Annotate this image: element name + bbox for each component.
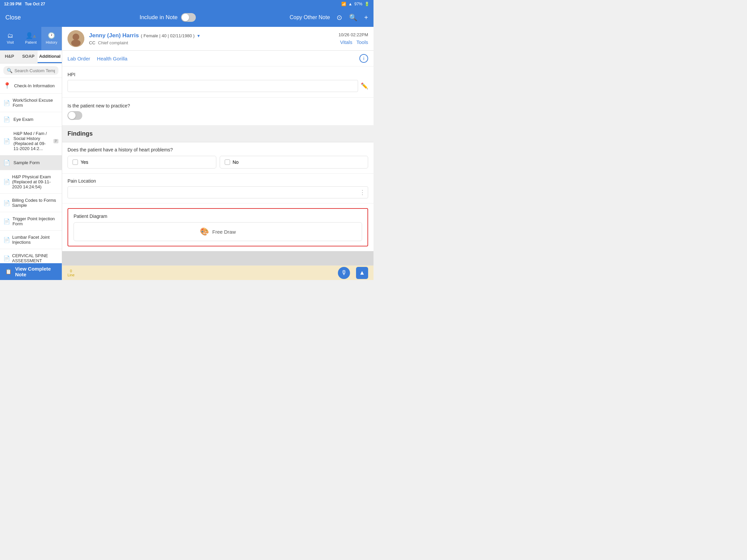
template-item-lumbar[interactable]: 📄 Lumbar Facet Joint Injections xyxy=(0,231,62,249)
battery-icon: 🔋 xyxy=(364,2,369,6)
edit-pencil-icon[interactable]: ✏️ xyxy=(361,82,368,90)
template-item-hp-physical[interactable]: 📄 H&P Physical Exam (Replaced at 09-11-2… xyxy=(0,170,62,194)
doc-icon-hp-physical: 📄 xyxy=(3,179,9,185)
view-complete-note-bar[interactable]: 📋 View Complete Note xyxy=(0,263,62,280)
template-list: 📍 Check-In Information 📄 Work/School Exc… xyxy=(0,78,62,263)
answer-no-option[interactable]: No xyxy=(220,156,368,168)
template-label-checkin: Check-In Information xyxy=(14,83,55,88)
top-header: Close Include in Note Copy Other Note ⊙ … xyxy=(0,8,374,27)
toggle-knob xyxy=(182,14,189,21)
new-patient-toggle[interactable] xyxy=(68,111,82,120)
template-label-sample-form: Sample Form xyxy=(14,160,40,165)
hpi-input-row: ✏️ xyxy=(68,80,368,92)
include-note-toggle[interactable] xyxy=(181,13,196,22)
hpi-label: HPI xyxy=(68,72,368,77)
template-item-eye-exam[interactable]: 📄 Eye Exam xyxy=(0,112,62,127)
note-icon: 📋 xyxy=(5,269,12,275)
no-checkbox[interactable] xyxy=(225,159,230,165)
cc-label: CC xyxy=(89,40,95,45)
dots-icon: ⋮ xyxy=(359,189,365,196)
info-icon: i xyxy=(363,56,364,61)
note-actions: 🎙 ▲ xyxy=(338,267,368,279)
hpi-input[interactable] xyxy=(68,80,358,92)
tab-soap[interactable]: SOAP xyxy=(19,50,37,63)
visit-icon: 🗂 xyxy=(7,32,14,39)
wifi-icon: 📶 xyxy=(341,2,346,6)
search-magnifier-icon: 🔍 xyxy=(7,68,12,73)
add-icon[interactable]: + xyxy=(364,14,368,22)
search-wrapper: 🔍 xyxy=(3,66,58,75)
template-label-billing-codes: Billing Codes to Forms Sample xyxy=(12,198,58,208)
doc-icon-hpmed: 📄 xyxy=(3,138,10,144)
status-time: 12:39 PM Tue Oct 27 xyxy=(4,2,45,6)
lab-order-link[interactable]: Lab Order xyxy=(68,56,91,61)
status-right: 📶 ▲ 97% 🔋 xyxy=(341,2,369,6)
info-circle[interactable]: i xyxy=(359,54,368,63)
vitals-tools: Vitals Tools xyxy=(340,39,368,45)
template-item-cervical[interactable]: 📄 CERVICAL SPINE ASSESSMENT xyxy=(0,249,62,263)
free-draw-label: Free Draw xyxy=(212,229,236,235)
sub-tabs: H&P SOAP Additional xyxy=(0,50,62,63)
template-item-billing-codes[interactable]: 📄 Billing Codes to Forms Sample xyxy=(0,194,62,212)
tab-hp[interactable]: H&P xyxy=(0,50,19,63)
content-area: Jenny (Jen) Harris ( Female | 40 | 02/11… xyxy=(62,27,374,280)
template-item-work-excuse[interactable]: 📄 Work/School Excuse Form xyxy=(0,94,62,112)
nav-tab-history[interactable]: 🕐 History xyxy=(41,27,62,50)
tab-additional[interactable]: Additional xyxy=(37,50,62,63)
tools-link[interactable]: Tools xyxy=(356,39,368,45)
nav-tab-visit-label: Visit xyxy=(7,40,14,44)
close-button[interactable]: Close xyxy=(5,14,46,21)
scroll-up-button[interactable]: ▲ xyxy=(356,267,368,279)
sidebar: 🗂 Visit 👤⚠ Patient 🕐 History H&P SOAP Ad… xyxy=(0,27,62,280)
location-pin-icon: 📍 xyxy=(3,82,11,89)
hpi-section: HPI ✏️ xyxy=(62,66,374,98)
nav-tab-history-label: History xyxy=(46,40,57,44)
quick-links: Lab Order Health Gorilla i xyxy=(62,51,374,66)
pain-input-wrapper: ⋮ xyxy=(68,186,368,198)
template-item-checkin[interactable]: 📍 Check-In Information xyxy=(0,78,62,94)
header-right-actions: Copy Other Note ⊙ 🔍 + xyxy=(289,14,368,22)
pain-location-section: Pain Location ⋮ xyxy=(62,174,374,204)
history-icon: 🕐 xyxy=(48,32,55,39)
patient-info: Jenny (Jen) Harris ( Female | 40 | 02/11… xyxy=(89,32,334,45)
doc-icon-trigger-point: 📄 xyxy=(3,218,9,224)
patient-right: 10/26 02:22PM Vitals Tools xyxy=(339,32,368,45)
pain-location-input[interactable] xyxy=(68,186,368,198)
search-input[interactable] xyxy=(15,68,55,73)
heart-question-section: Does the patient have a history of heart… xyxy=(62,142,374,174)
doc-icon-work-excuse: 📄 xyxy=(3,100,9,106)
yes-checkbox[interactable] xyxy=(73,159,78,165)
patient-diagram-section: Patient Diagram 🎨 Free Draw xyxy=(68,208,368,246)
search-icon[interactable]: 🔍 xyxy=(349,14,357,22)
answer-yes-option[interactable]: Yes xyxy=(68,156,216,168)
vitals-link[interactable]: Vitals xyxy=(340,39,352,45)
dropdown-arrow-icon[interactable]: ▼ xyxy=(197,33,201,38)
signal-icon: ▲ xyxy=(348,2,352,6)
nav-tab-patient[interactable]: 👤⚠ Patient xyxy=(21,27,41,50)
doc-icon-lumbar: 📄 xyxy=(3,237,9,243)
template-label-lumbar: Lumbar Facet Joint Injections xyxy=(12,235,58,245)
doc-icon-cervical: 📄 xyxy=(3,255,9,262)
new-patient-toggle-knob xyxy=(68,112,76,119)
patient-meta: ( Female | 40 | 02/11/1980 ) xyxy=(141,33,195,38)
doc-icon-eye-exam: 📄 xyxy=(3,116,10,123)
copy-other-note-button[interactable]: Copy Other Note xyxy=(289,15,330,21)
more-options-icon[interactable]: ⊙ xyxy=(337,14,342,22)
svg-point-1 xyxy=(73,33,79,40)
health-gorilla-link[interactable]: Health Gorilla xyxy=(97,56,128,61)
diagram-label: Patient Diagram xyxy=(74,214,362,219)
main-layout: 🗂 Visit 👤⚠ Patient 🕐 History H&P SOAP Ad… xyxy=(0,27,374,280)
free-draw-button[interactable]: 🎨 Free Draw xyxy=(74,222,362,241)
template-item-sample-form[interactable]: 📄 Sample Form xyxy=(0,156,62,170)
yes-label: Yes xyxy=(81,159,88,165)
status-bar: 12:39 PM Tue Oct 27 📶 ▲ 97% 🔋 xyxy=(0,0,374,8)
template-item-hpmed[interactable]: 📄 H&P Med / Fam / Social History (Replac… xyxy=(0,127,62,156)
nav-tab-visit[interactable]: 🗂 Visit xyxy=(0,27,21,50)
template-item-trigger-point[interactable]: 📄 Trigger Point Injection Form xyxy=(0,212,62,231)
findings-section: Findings xyxy=(62,126,374,142)
doc-icon-billing-codes: 📄 xyxy=(3,200,9,206)
cc-input[interactable] xyxy=(98,40,334,45)
answer-row: Yes No xyxy=(68,156,368,168)
microphone-button[interactable]: 🎙 xyxy=(338,267,350,279)
patient-timestamp: 10/26 02:22PM xyxy=(339,32,368,37)
